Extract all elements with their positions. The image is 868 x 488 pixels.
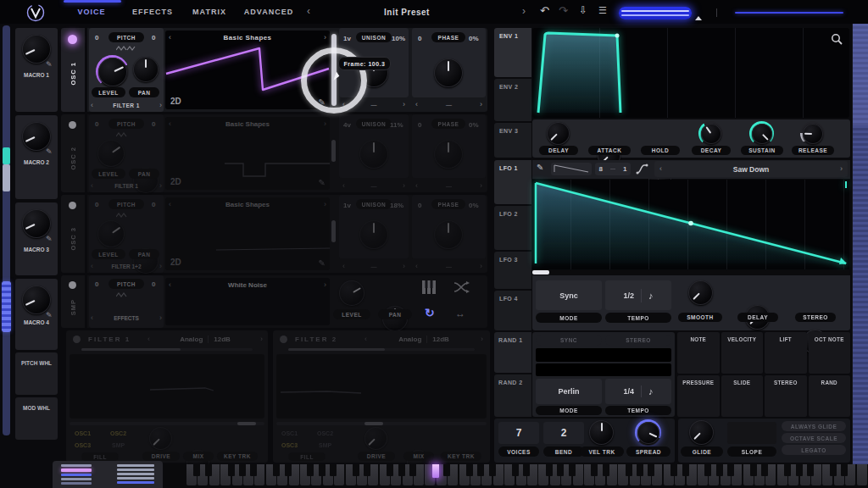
pitch-bend-range-icon[interactable] <box>116 291 136 298</box>
lfo-display[interactable] <box>532 180 849 269</box>
piano-key-sharp[interactable] <box>512 464 519 476</box>
lfo-preview[interactable] <box>551 163 592 175</box>
glide-knob[interactable] <box>689 420 714 445</box>
piano-key-sharp[interactable] <box>477 464 484 476</box>
route-prev-icon[interactable]: ‹ <box>91 314 93 322</box>
piano-key-sharp[interactable] <box>250 464 257 476</box>
rand-sync-toggle[interactable]: SYNC <box>536 335 602 346</box>
preset-name[interactable]: Init Preset <box>356 0 458 24</box>
env-release-knob[interactable] <box>800 121 825 146</box>
piano-key-sharp[interactable] <box>727 464 734 476</box>
wave-edit-pencil-icon[interactable]: ✎ <box>319 258 326 268</box>
filter-2-response-display[interactable] <box>276 354 487 419</box>
piano-key-sharp[interactable] <box>205 464 212 476</box>
pitch-wheel-cell[interactable]: PITCH WHL <box>15 352 58 395</box>
piano-key-sharp[interactable] <box>761 464 768 476</box>
mod-source-slide[interactable]: SLIDE <box>721 375 764 417</box>
dest-prev-icon[interactable]: ‹ <box>415 263 418 270</box>
phase-random[interactable]: 0% <box>469 35 479 42</box>
sample-transpose[interactable]: 0 <box>95 280 98 288</box>
osc-2-tune[interactable]: 0 <box>152 120 155 128</box>
osc-2-transpose[interactable]: 0 <box>95 120 98 128</box>
lfo-mode-selector[interactable]: Sync <box>536 280 602 310</box>
always-glide-toggle[interactable]: ALWAYS GLIDE <box>782 421 846 431</box>
macro-1-knob[interactable] <box>22 35 51 64</box>
unison-detune[interactable]: 18% <box>390 202 403 209</box>
piano-keyboard[interactable] <box>186 464 868 485</box>
filter-1-response-display[interactable] <box>70 354 264 419</box>
env-1-tab[interactable]: ENV 1 <box>494 28 531 77</box>
piano-key-sharp[interactable] <box>387 464 393 476</box>
view-mode-toggle[interactable]: 2D <box>170 258 181 267</box>
filter-slope[interactable]: 12dB <box>214 336 231 343</box>
envelope-display[interactable] <box>532 28 849 118</box>
lfo-1-tab[interactable]: LFO 1 <box>494 160 531 204</box>
piano-key-sharp[interactable] <box>670 464 677 476</box>
osc-2-unison-knob[interactable] <box>359 140 388 169</box>
voices-value-box[interactable]: 7 <box>498 422 539 444</box>
sample-selector[interactable]: ‹ White Noise › <box>169 280 326 291</box>
dest-next-icon[interactable]: › <box>480 263 482 270</box>
osc-3-phase-dest[interactable]: ‹—› <box>412 261 486 271</box>
mod-source-oct-note[interactable]: OCT NOTE <box>809 332 851 374</box>
osc-2-tab[interactable]: OSC 2 <box>61 114 85 192</box>
dest-prev-icon[interactable]: ‹ <box>342 182 345 190</box>
oscilloscope-display[interactable] <box>619 7 692 19</box>
right-minimap-strip[interactable] <box>852 24 868 488</box>
preset-next-button[interactable]: › <box>522 6 526 16</box>
osc-2-phase-dest[interactable]: ‹—› <box>412 180 486 191</box>
filter-2-power[interactable] <box>280 336 287 343</box>
piano-key-sharp[interactable] <box>546 464 553 476</box>
filter-1-drive-knob[interactable] <box>149 427 172 450</box>
mod-source-note[interactable]: NOTE <box>677 332 720 374</box>
osc-2-wavetable-display[interactable]: ‹ Basic Shapes › 2D ✎ <box>165 117 330 190</box>
piano-key-sharp[interactable] <box>193 464 200 476</box>
osc-2-phase-knob[interactable] <box>434 140 463 169</box>
sample-tab[interactable]: SMP <box>61 275 85 328</box>
piano-key-sharp[interactable] <box>353 464 359 476</box>
piano-key-sharp[interactable] <box>830 464 837 476</box>
dest-next-icon[interactable]: › <box>403 101 405 108</box>
piano-key-sharp[interactable] <box>398 464 405 476</box>
sample-next-icon[interactable]: › <box>324 281 326 289</box>
dest-next-icon[interactable]: › <box>403 263 405 270</box>
rail-track[interactable] <box>3 25 10 435</box>
piano-key-sharp[interactable] <box>784 464 791 476</box>
piano-key-sharp[interactable] <box>682 464 689 476</box>
osc-3-level-knob[interactable] <box>97 220 125 247</box>
piano-key-sharp[interactable] <box>557 464 564 476</box>
sample-prev-icon[interactable]: ‹ <box>169 281 171 289</box>
lfo-phase-track[interactable] <box>532 270 849 274</box>
menu-icon[interactable]: ☰ <box>598 5 607 16</box>
filter-1-model-selector[interactable]: ‹ Analog 12dB › <box>147 334 263 345</box>
model-next-icon[interactable]: › <box>260 336 263 343</box>
undo-icon[interactable]: ↶ <box>540 4 549 17</box>
piano-key-sharp[interactable] <box>466 464 473 476</box>
sample-level-knob[interactable] <box>339 280 364 306</box>
filter-1-cutoff-slider[interactable] <box>70 422 264 425</box>
route-next-icon[interactable]: › <box>159 314 162 322</box>
loop-icon[interactable]: ↻ <box>425 306 435 319</box>
dest-prev-icon[interactable]: ‹ <box>342 263 345 270</box>
rand-2-tab[interactable]: RAND 2 <box>494 374 531 417</box>
piano-key-sharp[interactable] <box>750 464 757 476</box>
keytrack-icon[interactable] <box>422 280 439 294</box>
piano-key-sharp[interactable] <box>648 464 654 476</box>
filter-1-input-osc2[interactable]: OSC2 <box>110 430 126 436</box>
filter-slope[interactable]: 12dB <box>432 336 449 343</box>
osc-3-tab[interactable]: OSC 3 <box>61 195 85 273</box>
piano-key-sharp[interactable] <box>273 464 280 476</box>
route-prev-icon[interactable]: ‹ <box>91 182 93 190</box>
piano-key-sharp[interactable] <box>637 464 643 476</box>
piano-key-sharp[interactable] <box>591 464 598 476</box>
bend-value-box[interactable]: 2 <box>543 422 584 444</box>
tempo-note-icon[interactable]: ♪ <box>648 291 654 301</box>
unison-detune[interactable]: 10% <box>392 35 405 42</box>
lfo-tempo-selector[interactable]: 1/2 ♪ <box>605 280 671 310</box>
lfo-phase-handle[interactable] <box>532 270 549 274</box>
dest-prev-icon[interactable]: ‹ <box>415 182 418 190</box>
route-prev-icon[interactable]: ‹ <box>91 263 93 270</box>
piano-key-sharp[interactable] <box>841 464 848 476</box>
osc-3-filter-route[interactable]: ‹ FILTER 1+2 › <box>91 261 162 271</box>
grid-y-value[interactable]: 1 <box>623 165 626 173</box>
